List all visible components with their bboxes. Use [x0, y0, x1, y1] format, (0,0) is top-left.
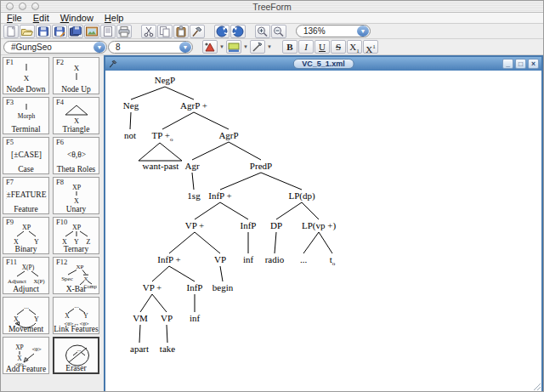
tree-node-inf2[interactable]: inf	[190, 313, 201, 323]
tree-node-vm[interactable]: VM	[133, 313, 148, 323]
tree-node-negp[interactable]: NegP	[155, 75, 175, 85]
tree-node-vp3[interactable]: VP +	[143, 282, 162, 293]
palette-button-node-down[interactable]: F1XNode Down	[3, 57, 49, 94]
zoom-combo-arrow-icon[interactable]: ▼	[357, 26, 369, 37]
line-color-dropdown-arrow[interactable]: ▼	[266, 40, 273, 54]
font-size-combobox[interactable]: 8 ▼	[108, 41, 193, 54]
menu-window[interactable]: Window	[60, 13, 94, 23]
save-all-button[interactable]	[68, 25, 83, 38]
tree-node-agrp2[interactable]: AgrP	[218, 130, 238, 140]
palette-button-feature[interactable]: F7[±FEATURE]Feature	[3, 177, 49, 214]
palette-button-terminal[interactable]: F3MorphTerminal	[3, 97, 49, 134]
menu-help[interactable]: Help	[105, 13, 124, 23]
palette-button-adjunct[interactable]: F11X(P)AdjunctX(P)Adjunct	[3, 257, 49, 294]
undo-button[interactable]	[214, 25, 230, 38]
font-combo-arrow-icon[interactable]: ▼	[94, 42, 105, 53]
tree-node-lpvp[interactable]: LP(vp +)	[302, 220, 336, 231]
palette-button-case[interactable]: F5[±CASE]Case	[3, 137, 49, 174]
underline-button[interactable]: U	[314, 40, 330, 54]
tools-button[interactable]	[190, 25, 205, 38]
save-as-icon	[53, 26, 66, 37]
line-color-button[interactable]	[250, 40, 265, 54]
paste-icon	[174, 26, 188, 37]
tree-node-infp3[interactable]: InfP +	[157, 254, 181, 264]
tree-node-infp2[interactable]: InfP	[241, 220, 257, 230]
minimize-button[interactable]: _	[502, 59, 513, 69]
svg-text:X: X	[74, 116, 79, 125]
tree-node-apart[interactable]: apart	[130, 344, 149, 354]
tree-node-agr[interactable]: Agr	[184, 161, 199, 171]
menu-file[interactable]: File	[7, 13, 22, 23]
tree-node-sg1[interactable]: 1sg	[187, 190, 201, 201]
tree-node-inf1[interactable]: inf	[243, 254, 254, 264]
palette-button-node-up[interactable]: F2XNode Up	[53, 57, 99, 94]
copy-button[interactable]	[157, 25, 173, 38]
palette-button-label: Link Features	[54, 325, 99, 333]
zoom-in-button[interactable]	[255, 25, 270, 38]
paste-button[interactable]	[173, 25, 189, 38]
superscript-button[interactable]: X1	[363, 40, 378, 54]
tree-canvas[interactable]: NegPNegAgrP +notTP +oAgrPwant-pastAgrPre…	[105, 71, 541, 391]
tree-node-dots[interactable]: ...	[300, 254, 308, 264]
node-color-dropdown-arrow[interactable]: ▼	[218, 40, 225, 54]
maximize-button[interactable]: □	[515, 59, 526, 69]
palette-button-movement[interactable]: ...XYMovement	[3, 297, 49, 334]
palette-button-theta-roles[interactable]: F6<θ,θ>Theta Roles	[53, 137, 99, 174]
palette-button-label: Node Down	[3, 85, 48, 94]
italic-button[interactable]: I	[298, 40, 314, 54]
tree-node-vp4[interactable]: VP	[161, 313, 173, 323]
tree-node-agrp1[interactable]: AgrP +	[180, 100, 207, 111]
open-file-button[interactable]	[20, 25, 35, 38]
tree-node-radio[interactable]: radio	[265, 254, 285, 264]
tree-node-infp4[interactable]: InfP	[187, 282, 203, 293]
tree-node-not[interactable]: not	[124, 130, 136, 140]
subscript-button[interactable]: X1	[347, 40, 362, 54]
palette-button-binary[interactable]: F9XPXYBinary	[3, 217, 49, 254]
palette-button-unary[interactable]: F8XPXUnary	[53, 177, 99, 214]
palette-button-triangle[interactable]: F4XTriangle	[53, 97, 99, 134]
tree-node-predp[interactable]: PredP	[250, 161, 272, 171]
tree-node-neg[interactable]: Neg	[123, 100, 139, 111]
menu-edit[interactable]: Edit	[33, 13, 49, 23]
node-color-button[interactable]	[202, 40, 218, 54]
palette-button-link-features[interactable]: ...XY<θ>↔<θ>Link Features	[53, 297, 99, 334]
redo-button[interactable]	[230, 25, 246, 38]
export-image-button[interactable]	[84, 25, 99, 38]
font-family-combobox[interactable]: #GungSeo ▼	[3, 41, 107, 54]
save-as-button[interactable]	[52, 25, 67, 38]
tree-node-vp2[interactable]: VP	[214, 254, 226, 264]
highlight-color-dropdown-arrow[interactable]: ▼	[242, 40, 249, 54]
print-button[interactable]	[116, 25, 132, 38]
svg-text:X: X	[24, 74, 30, 82]
bold-button[interactable]: B	[282, 40, 298, 54]
cut-button[interactable]	[141, 25, 156, 38]
tree-node-take[interactable]: take	[160, 344, 175, 354]
tree-node-vp1[interactable]: VP +	[185, 220, 205, 230]
svg-text:[±CASE]: [±CASE]	[11, 151, 42, 159]
tree-node-lpdp[interactable]: LP(dp)	[288, 190, 315, 202]
palette-button-add-feature[interactable]: XPX<θ><θ>Add Feature	[3, 337, 49, 374]
mac-titlebar[interactable]: TreeForm	[1, 1, 543, 13]
tree-node-t[interactable]: to	[330, 254, 336, 267]
palette-button-eraser[interactable]: ...Eraser	[53, 337, 99, 374]
strikethrough-button[interactable]: S	[331, 40, 346, 54]
tree-node-tp[interactable]: TP +o	[152, 130, 173, 143]
close-button[interactable]: ×	[528, 59, 539, 69]
palette-button-label: Add Feature	[3, 365, 48, 373]
zoom-level-combobox[interactable]: 136% ▼	[296, 25, 371, 37]
export-document-button[interactable]	[100, 25, 116, 38]
new-file-button[interactable]	[3, 25, 19, 38]
document-titlebar[interactable]: VC_5_1.xml _ □ ×	[105, 57, 541, 71]
resize-grip[interactable]	[532, 382, 541, 390]
save-button[interactable]	[36, 25, 51, 38]
highlight-color-button[interactable]	[226, 40, 241, 54]
palette-button-ternary[interactable]: F10XPXYZTernary	[53, 217, 99, 254]
palette-button-x-bar[interactable]: F12XPSpecXComplX-Bar	[53, 257, 99, 294]
tree-node-begin[interactable]: begin	[212, 282, 234, 293]
tree-node-want[interactable]: want-past	[143, 161, 179, 171]
size-combo-arrow-icon[interactable]: ▼	[179, 42, 191, 53]
zoom-out-button[interactable]	[271, 25, 286, 38]
tree-node-dp[interactable]: DP	[270, 220, 282, 230]
tree-node-infp1[interactable]: InfP +	[208, 190, 232, 201]
new-file-icon	[4, 26, 18, 37]
